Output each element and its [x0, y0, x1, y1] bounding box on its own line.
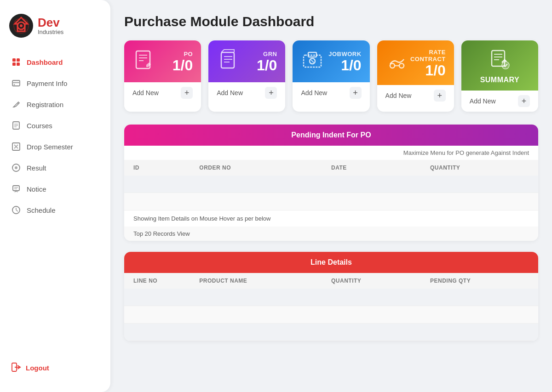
card-po-label: PO	[172, 51, 193, 57]
line-details-table-header: LINE NO PRODUCT NAME QUANTITY PENDING QT…	[124, 273, 538, 289]
sidebar-item-notice-label: Notice	[27, 185, 46, 193]
card-po-add-button[interactable]: +	[181, 87, 193, 99]
col-line-no: LINE NO	[133, 278, 199, 284]
card-jobwork-label: Jobwork	[328, 51, 361, 57]
card-po: PO 1/0 Add New +	[124, 40, 201, 112]
card-summary-add-label: Add New	[470, 97, 496, 105]
table-row	[124, 193, 538, 210]
cards-row: PO 1/0 Add New +	[124, 40, 538, 112]
schedule-icon	[11, 205, 21, 215]
svg-line-10	[17, 103, 18, 104]
sidebar-item-courses[interactable]: Courses	[0, 115, 106, 136]
svg-rect-20	[13, 186, 19, 191]
svg-rect-3	[12, 58, 16, 62]
card-summary: Summary Add New +	[461, 40, 538, 112]
line-details-header: Line Details	[124, 252, 538, 273]
notice-icon	[11, 184, 21, 194]
card-grn-value: 1/0	[257, 57, 277, 74]
sidebar-item-payment-info[interactable]: Payment Info	[0, 73, 106, 94]
table-row	[124, 324, 538, 341]
svg-point-2	[20, 24, 23, 27]
pending-indent-header: Pending Indent For PO	[124, 125, 538, 146]
card-po-info: PO 1/0	[172, 51, 193, 74]
card-grn-label: GRN	[257, 51, 277, 57]
sidebar-item-schedule[interactable]: Schedule	[0, 199, 106, 221]
line-details-table: LINE NO PRODUCT NAME QUANTITY PENDING QT…	[124, 273, 538, 341]
courses-icon	[11, 120, 21, 131]
sidebar-item-courses-label: Courses	[27, 122, 52, 130]
col-quantity: QUANTITY	[430, 165, 529, 171]
main-content: Purchase Module Dashboard PO 1/0	[110, 0, 552, 392]
sidebar-item-result[interactable]: Result	[0, 157, 106, 178]
svg-point-40	[390, 63, 395, 68]
jobwork-icon	[301, 49, 324, 76]
svg-rect-4	[17, 58, 20, 62]
svg-point-46	[502, 62, 509, 69]
card-rate-info: Rate Contract 1/0	[408, 49, 446, 79]
card-po-value: 1/0	[172, 57, 193, 74]
card-grn-bottom: Add New +	[208, 82, 285, 103]
pending-indent-note: Maximize Menu for PO generate Against In…	[124, 146, 538, 160]
table-row	[124, 306, 538, 324]
logout-button[interactable]: Logout	[11, 362, 99, 374]
card-jobwork-value: 1/0	[328, 57, 361, 74]
svg-rect-6	[17, 62, 20, 66]
dashboard-icon	[11, 57, 21, 67]
svg-point-9	[14, 84, 15, 85]
svg-point-19	[15, 166, 17, 169]
card-jobwork-add-button[interactable]: +	[350, 87, 362, 99]
card-po-add-label: Add New	[132, 89, 159, 97]
card-jobwork-add-label: Add New	[301, 89, 327, 97]
col-product-name: PRODUCT NAME	[199, 278, 331, 284]
logo-text: Dev Industries	[38, 17, 63, 35]
sidebar-item-dashboard-label: Dashboard	[27, 58, 63, 66]
card-summary-label: Summary	[480, 76, 520, 84]
card-po-bottom: Add New +	[124, 82, 201, 103]
sidebar-item-registration[interactable]: Registration	[0, 94, 106, 115]
card-grn-add-label: Add New	[217, 89, 243, 97]
svg-rect-32	[221, 52, 234, 68]
card-grn-info: GRN 1/0	[257, 51, 277, 74]
card-rate-add-label: Add New	[385, 92, 412, 99]
table-row	[124, 289, 538, 306]
registration-icon	[11, 99, 21, 109]
pending-indent-info: Showing Item Details on Mouse Hover as p…	[124, 210, 538, 227]
svg-point-41	[399, 63, 404, 68]
sidebar-item-notice[interactable]: Notice	[0, 178, 106, 199]
col-pending-qty: PENDING QTY	[430, 278, 529, 284]
logo-area: Dev Industries	[0, 9, 110, 51]
sidebar-footer: Logout	[0, 353, 110, 383]
svg-line-25	[16, 210, 18, 211]
card-rate-add-button[interactable]: +	[434, 90, 446, 102]
card-summary-top: Summary	[461, 40, 538, 91]
card-jobwork-bottom: Add New +	[293, 82, 369, 103]
payment-icon	[11, 78, 21, 88]
drop-semester-icon	[11, 142, 21, 152]
pending-indent-table-header: ID ORDER NO DATE QUANTITY	[124, 160, 538, 176]
sidebar-item-dashboard[interactable]: Dashboard	[0, 51, 106, 73]
page-title: Purchase Module Dashboard	[124, 14, 538, 29]
logout-icon	[11, 362, 21, 374]
grn-icon	[217, 49, 240, 76]
col-order-no: ORDER NO	[199, 165, 331, 171]
card-po-top: PO 1/0	[124, 40, 201, 82]
svg-rect-5	[12, 62, 16, 66]
card-grn-add-button[interactable]: +	[265, 87, 277, 99]
sidebar-item-drop-semester[interactable]: Drop Semester	[0, 136, 106, 157]
table-row	[124, 176, 538, 193]
col-id: ID	[133, 165, 199, 171]
sidebar-item-schedule-label: Schedule	[27, 206, 56, 214]
card-jobwork-info: Jobwork 1/0	[328, 51, 361, 74]
logo-dev-label: Dev	[38, 17, 63, 28]
svg-rect-8	[12, 82, 20, 84]
card-summary-add-button[interactable]: +	[518, 95, 530, 107]
card-jobwork-top: Jobwork 1/0	[293, 40, 369, 82]
logo-industries-label: Industries	[38, 28, 63, 35]
svg-line-39	[311, 60, 314, 62]
pending-indent-top-records: Top 20 Records View	[124, 227, 538, 241]
rate-icon	[385, 50, 408, 77]
col-quantity: QUANTITY	[331, 278, 430, 284]
card-rate-contract: Rate Contract 1/0 Add New +	[377, 40, 454, 112]
sidebar: Dev Industries Dashboard Payment Info Re…	[0, 0, 110, 392]
sidebar-item-result-label: Result	[27, 164, 46, 172]
